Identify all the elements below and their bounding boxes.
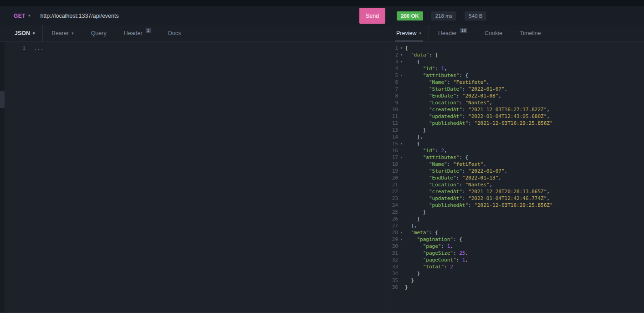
code-text: "StartDate": "2022-01-07",: [405, 86, 644, 92]
code-text: "updatedAt": "2022-01-04T12:42:46.774Z",: [405, 195, 644, 202]
code-text: "Name": "fetiFest",: [405, 161, 644, 168]
code-line: 12 "publishedAt": "2021-12-03T16:29:25.8…: [387, 120, 644, 127]
code-text: }: [405, 284, 644, 291]
fold-spacer: [398, 133, 405, 140]
code-text: "attributes": {: [405, 154, 644, 161]
code-text: "meta": {: [405, 229, 644, 236]
code-text: "createdAt": "2021-12-28T20:28:13.865Z",: [405, 188, 644, 195]
response-panel: Preview ▾ Header 16 Cookie Timeline 1▾{2…: [387, 25, 644, 313]
status-badge: 200 OK: [397, 11, 423, 21]
code-text: "pageCount": 1,: [405, 257, 644, 263]
method-select[interactable]: GET ▾: [14, 13, 30, 19]
code-text: "updatedAt": "2022-01-04T12:43:05.680Z",: [405, 113, 644, 120]
line-number: 20: [387, 174, 398, 181]
code-text: "Location": "Nantes",: [405, 181, 644, 188]
request-panel: JSON ▾ Bearer ▾ Query Header 1 Docs: [0, 25, 387, 313]
code-line: 11 "updatedAt": "2022-01-04T12:43:05.680…: [387, 113, 644, 120]
code-line: 14 },: [387, 133, 644, 140]
fold-spacer: [398, 113, 405, 120]
code-line: 22 "createdAt": "2021-12-28T20:28:13.865…: [387, 188, 644, 195]
code-text: "id": 2,: [405, 147, 644, 154]
fold-toggle-icon[interactable]: ▾: [398, 154, 405, 161]
fold-spacer: [398, 147, 405, 154]
code-line: 29▾ "pagination": {: [387, 236, 644, 243]
line-number: 23: [387, 195, 398, 202]
code-line: 24 "publishedAt": "2021-12-03T16:29:25.8…: [387, 202, 644, 209]
line-number: 15: [387, 140, 398, 147]
tab-label: Header: [124, 30, 143, 36]
line-number: 9: [387, 99, 398, 106]
code-line: 5▾ "attributes": {: [387, 72, 644, 79]
fold-toggle-icon[interactable]: ▾: [398, 72, 405, 79]
fold-spacer: [398, 284, 405, 291]
request-editor-line: 1 ...: [0, 45, 387, 51]
code-line: 21 "Location": "Nantes",: [387, 181, 644, 188]
tab-label: JSON: [15, 30, 30, 36]
code-line: 1▾{: [387, 45, 644, 51]
chevron-down-icon: ▾: [28, 14, 31, 18]
tab-query[interactable]: Query: [90, 25, 107, 41]
fold-toggle-icon[interactable]: ▾: [398, 51, 405, 58]
line-number: 3: [387, 58, 398, 65]
line-number: 29: [387, 236, 398, 243]
code-line: 31 "pageSize": 25,: [387, 250, 644, 257]
tab-label: Docs: [168, 30, 181, 36]
request-body-editor[interactable]: 1 ...: [0, 42, 387, 313]
fold-spacer: [398, 168, 405, 174]
send-button[interactable]: Send: [359, 8, 385, 24]
tab-label: Header: [438, 30, 457, 36]
tab-cookie[interactable]: Cookie: [484, 25, 503, 41]
method-label: GET: [14, 13, 26, 19]
chevron-down-icon: ▾: [419, 31, 421, 36]
code-text: {: [405, 58, 644, 65]
code-line: 20 "EndDate": "2022-01-13",: [387, 174, 644, 181]
code-text: }: [405, 270, 644, 277]
code-text: }: [405, 277, 644, 284]
code-line: 27 ],: [387, 222, 644, 229]
fold-toggle-icon[interactable]: ▾: [398, 229, 405, 236]
tab-label: Timeline: [520, 30, 541, 36]
code-line: 6 "Name": "Festifete",: [387, 79, 644, 86]
code-line: 23 "updatedAt": "2022-01-04T12:42:46.774…: [387, 195, 644, 202]
fold-toggle-icon[interactable]: ▾: [398, 236, 405, 243]
request-bar-left: GET ▾ Send: [0, 6, 387, 25]
fold-spacer: [398, 161, 405, 168]
fold-spacer: [398, 270, 405, 277]
tab-bearer-auth[interactable]: Bearer ▾: [51, 25, 75, 41]
fold-spacer: [398, 202, 405, 209]
fold-spacer: [398, 263, 405, 270]
line-number: 32: [387, 257, 398, 263]
code-text: },: [405, 133, 644, 140]
header-count-badge: 16: [460, 28, 467, 34]
code-line: 10 "createdAt": "2021-12-03T16:27:17.822…: [387, 106, 644, 113]
chevron-down-icon: ▾: [72, 31, 74, 36]
tab-label: Query: [91, 30, 107, 36]
tab-preview[interactable]: Preview ▾: [395, 25, 429, 41]
url-input[interactable]: [39, 12, 359, 20]
code-line: 34 }: [387, 270, 644, 277]
line-number: 36: [387, 284, 398, 291]
line-number: 1: [387, 45, 398, 51]
line-number: 25: [387, 209, 398, 216]
size-badge: 540 B: [465, 11, 486, 21]
tab-timeline[interactable]: Timeline: [519, 25, 542, 41]
tab-docs[interactable]: Docs: [167, 25, 182, 41]
fold-toggle-icon[interactable]: ▾: [398, 58, 405, 65]
fold-spacer: [398, 250, 405, 257]
tab-request-header[interactable]: Header 1: [123, 25, 152, 41]
fold-toggle-icon[interactable]: ▾: [398, 140, 405, 147]
code-text: "Name": "Festifete",: [405, 79, 644, 86]
tab-response-header[interactable]: Header 16: [437, 25, 468, 41]
code-text: "data": [: [405, 51, 644, 58]
code-line: 3▾ {: [387, 58, 644, 65]
code-line: 17▾ "attributes": {: [387, 154, 644, 161]
line-number: 24: [387, 202, 398, 209]
tab-json-body[interactable]: JSON ▾: [14, 25, 43, 41]
line-number: 22: [387, 188, 398, 195]
scrollbar-thumb[interactable]: [0, 91, 5, 108]
code-line: 13 }: [387, 127, 644, 133]
request-bar: GET ▾ Send 200 OK 218 ms 540 B: [0, 6, 644, 25]
fold-spacer: [398, 209, 405, 216]
response-viewer[interactable]: 1▾{2▾ "data": [3▾ {4 "id": 1,5▾ "attribu…: [387, 42, 644, 313]
fold-toggle-icon[interactable]: ▾: [398, 45, 405, 51]
